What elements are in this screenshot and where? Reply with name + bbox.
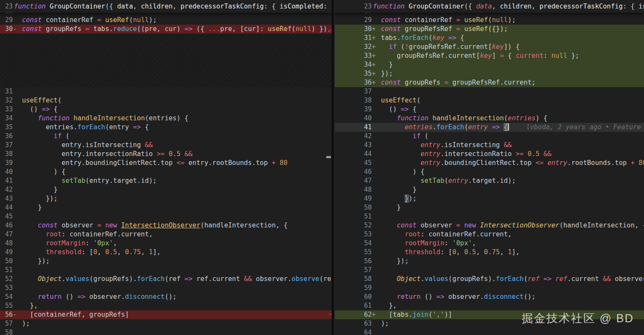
modified-code-rows: 2829 const containerRef = useRef(null);3… xyxy=(335,7,644,335)
code-line[interactable]: 44 } xyxy=(0,203,332,212)
code-line[interactable]: 45 xyxy=(0,212,332,221)
code-line[interactable]: 52 const observer = new IntersectionObse… xyxy=(335,221,644,230)
code-line[interactable]: 58 Object.values(groupRefs).forEach(ref … xyxy=(335,275,644,284)
code-token: observer xyxy=(417,221,456,229)
diff-added-line[interactable]: 36+ const groupRefs = groupRefsRef.curre… xyxy=(335,78,644,87)
code-line[interactable]: 38 useEffect( xyxy=(335,96,644,105)
code-line[interactable]: 37 entry.isIntersecting && xyxy=(0,141,332,150)
code-token: isCompleted xyxy=(280,3,323,10)
code-line[interactable]: 39 () => { xyxy=(335,105,644,114)
code-line[interactable]: 29 const containerRef = useRef(null); xyxy=(0,16,332,25)
code-line[interactable]: 43 entry.isIntersecting && xyxy=(335,141,644,150)
overview-ruler-mark xyxy=(329,313,331,315)
code-text: function handleIntersection(entries) { xyxy=(13,114,332,123)
code-line[interactable]: 55 }, xyxy=(0,301,332,310)
code-line[interactable]: 47 setTab(entry.target.id); xyxy=(335,176,644,185)
code-line[interactable]: 57 ); xyxy=(0,319,332,328)
code-line[interactable]: 53 root: containerRef.current, xyxy=(335,230,644,239)
code-line[interactable]: 43 }); xyxy=(0,194,332,203)
code-line[interactable]: 48 } xyxy=(335,185,644,194)
modified-editor-pane[interactable]: 2829 const containerRef = useRef(null);3… xyxy=(335,0,644,335)
code-text: ); xyxy=(13,319,332,328)
code-line[interactable]: 34 function handleIntersection(entries) … xyxy=(0,114,332,123)
line-number: 39 xyxy=(335,105,372,114)
code-line[interactable]: 54 rootMargin: '0px', xyxy=(335,239,644,248)
code-line[interactable]: 33 () => { xyxy=(0,105,332,114)
code-line[interactable]: 46 ) { xyxy=(335,168,644,176)
code-line[interactable]: 41 setTab(entry.target.id); xyxy=(0,176,332,185)
code-line[interactable]: 48 rootMargin: '0px', xyxy=(0,239,332,248)
code-text: function handleIntersection(entries) { xyxy=(372,114,644,123)
code-line[interactable]: 32 useEffect( xyxy=(0,96,332,105)
code-line[interactable]: 42 if ( xyxy=(335,132,644,141)
code-line[interactable]: 54 return () => observer.disconnect(); xyxy=(0,292,332,301)
code-line[interactable]: 64 xyxy=(335,328,644,335)
code-line[interactable]: 57 xyxy=(335,266,644,275)
code-line[interactable]: 49 }); xyxy=(335,194,644,203)
diff-added-line[interactable]: 31+ tabs.forEach(key => { xyxy=(335,34,644,43)
code-text xyxy=(372,328,644,335)
diff-added-line[interactable]: 30+ const groupRefsRef = useRef({}); xyxy=(335,25,644,34)
original-editor-pane[interactable]: 2829 const containerRef = useRef(null);3… xyxy=(0,0,332,335)
code-token: join xyxy=(412,311,428,318)
diff-removed-line[interactable]: 56- [containerRef, groupRefs] xyxy=(0,310,332,319)
diff-added-line[interactable]: 32+ if (!groupRefsRef.current[key]) { xyxy=(335,43,644,51)
code-line[interactable]: 58 xyxy=(0,328,332,335)
line-number: 49 xyxy=(335,194,372,203)
diff-added-line[interactable]: 33+ groupRefsRef.current[key] = { curren… xyxy=(335,51,644,60)
code-token: predecessorTaskConfig xyxy=(539,3,623,10)
line-number: 44 xyxy=(335,150,372,159)
code-line[interactable]: 42 } xyxy=(0,185,332,194)
code-text: root: containerRef.current, xyxy=(372,230,644,239)
overview-ruler[interactable] xyxy=(326,0,332,335)
code-text xyxy=(13,266,332,275)
code-line[interactable]: 40 ) { xyxy=(0,168,332,176)
diff-sash[interactable] xyxy=(332,0,335,335)
diff-added-line[interactable]: 35+ }); xyxy=(335,69,644,78)
code-token: () xyxy=(62,293,77,301)
code-line[interactable]: 52 Object.values(groupRefs).forEach(ref … xyxy=(0,275,332,284)
code-line[interactable]: 61 }, xyxy=(335,301,644,310)
code-text xyxy=(13,69,332,78)
code-line[interactable]: 49 threshold: [0, 0.5, 0.75, 1], xyxy=(0,248,332,257)
code-token: observer. xyxy=(252,275,291,283)
code-text: } xyxy=(372,185,644,194)
code-line[interactable]: 39 entry.boundingClientRect.top <= entry… xyxy=(0,159,332,168)
code-text: Object.values(groupRefs).forEach(ref => … xyxy=(372,275,644,284)
code-line[interactable]: 59 xyxy=(335,284,644,292)
scrollbar-thumb[interactable] xyxy=(326,156,331,158)
code-token: .rootBounds.top xyxy=(567,159,630,167)
code-line[interactable]: 36 if ( xyxy=(0,132,332,141)
code-line[interactable]: 38 entry.intersectionRatio >= 0.5 && xyxy=(0,150,332,159)
code-line[interactable]: 56 }); xyxy=(335,257,644,266)
diff-sign: - xyxy=(13,310,17,319)
code-line[interactable]: 31 xyxy=(0,87,332,96)
code-line[interactable]: 37 xyxy=(335,87,644,96)
code-line[interactable]: 44 entry.intersectionRatio >= 0.5 && xyxy=(335,150,644,159)
code-line[interactable]: 40 function handleIntersection(entries) … xyxy=(335,114,644,123)
diff-filler-region xyxy=(0,78,332,87)
code-line[interactable]: 29 const containerRef = useRef(null); xyxy=(335,16,644,25)
code-line[interactable]: 35 entries.forEach(entry => { xyxy=(0,123,332,132)
code-line[interactable]: 50 }); xyxy=(0,257,332,266)
code-line[interactable]: 60 return () => observer.disconnect(); xyxy=(335,292,644,301)
code-token: .boundingClientRect.top xyxy=(441,159,536,167)
code-token: observe xyxy=(291,275,319,283)
code-token: root xyxy=(405,230,421,238)
code-line[interactable]: 51 xyxy=(0,266,332,275)
code-line[interactable]: 53 xyxy=(0,284,332,292)
code-line[interactable]: 51 xyxy=(335,212,644,221)
code-line[interactable]: 45 entry.boundingClientRect.top <= entry… xyxy=(335,159,644,168)
code-line[interactable]: 23function GroupContainer({ data, childr… xyxy=(335,2,644,11)
code-line[interactable]: 47 root: containerRef.current, xyxy=(0,230,332,239)
current-line[interactable]: 41 entries.forEach(entry => {lvboda, 2 y… xyxy=(335,123,644,132)
diff-added-line[interactable]: 34+ } xyxy=(335,60,644,69)
sticky-scope-line-original[interactable]: 23function GroupContainer({ data, childr… xyxy=(0,0,332,13)
code-token: , xyxy=(456,248,464,256)
code-line[interactable]: 55 threshold: [0, 0.5, 0.75, 1], xyxy=(335,248,644,257)
sticky-scope-line-modified[interactable]: 23function GroupContainer({ data, childr… xyxy=(335,0,644,13)
diff-removed-line[interactable]: 30- const groupRefs = tabs.reduce((pre, … xyxy=(0,25,332,34)
code-line[interactable]: 46 const observer = new IntersectionObse… xyxy=(0,221,332,230)
code-line[interactable]: 23function GroupContainer({ data, childr… xyxy=(0,2,332,11)
code-line[interactable]: 50 } xyxy=(335,203,644,212)
